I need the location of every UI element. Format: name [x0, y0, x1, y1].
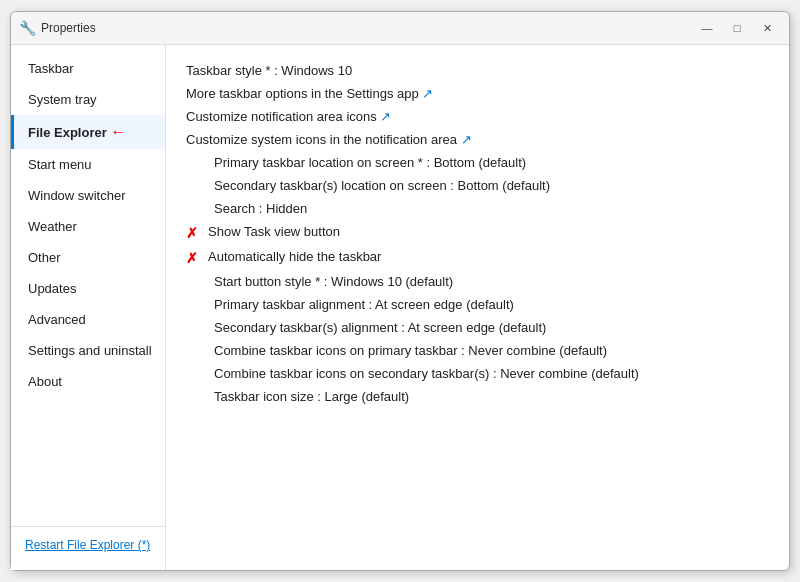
sidebar-item-system-tray[interactable]: System tray	[11, 84, 165, 115]
main-item-text-11: Secondary taskbar(s) alignment : At scre…	[214, 320, 546, 335]
main-item-text-13: Combine taskbar icons on secondary taskb…	[214, 366, 639, 381]
link-arrow-icon: ↗	[380, 109, 391, 124]
sidebar-item-taskbar[interactable]: Taskbar	[11, 53, 165, 84]
close-button[interactable]: ✕	[753, 18, 781, 38]
main-item-text-1: More taskbar options in the Settings app…	[186, 86, 433, 101]
minimize-button[interactable]: —	[693, 18, 721, 38]
main-item-3[interactable]: Customize system icons in the notificati…	[186, 128, 769, 151]
sidebar: TaskbarSystem trayFile Explorer ←Start m…	[11, 45, 166, 570]
window-icon: 🔧	[19, 20, 35, 36]
sidebar-item-start-menu[interactable]: Start menu	[11, 149, 165, 180]
main-item-14: Taskbar icon size : Large (default)	[186, 385, 769, 408]
link-arrow-icon: ↗	[422, 86, 433, 101]
window-title: Properties	[41, 21, 693, 35]
main-item-4: Primary taskbar location on screen * : B…	[186, 151, 769, 174]
sidebar-item-advanced[interactable]: Advanced	[11, 304, 165, 335]
maximize-button[interactable]: □	[723, 18, 751, 38]
main-item-10: Primary taskbar alignment : At screen ed…	[186, 293, 769, 316]
main-item-text-10: Primary taskbar alignment : At screen ed…	[214, 297, 514, 312]
main-item-5: Secondary taskbar(s) location on screen …	[186, 174, 769, 197]
main-item-text-12: Combine taskbar icons on primary taskbar…	[214, 343, 607, 358]
main-item-1[interactable]: More taskbar options in the Settings app…	[186, 82, 769, 105]
sidebar-item-about[interactable]: About	[11, 366, 165, 397]
sidebar-item-other[interactable]: Other	[11, 242, 165, 273]
link-arrow-icon: ↗	[461, 132, 472, 147]
x-mark-icon: ✗	[186, 250, 202, 266]
main-item-12: Combine taskbar icons on primary taskbar…	[186, 339, 769, 362]
sidebar-nav: TaskbarSystem trayFile Explorer ←Start m…	[11, 53, 165, 397]
sidebar-item-file-explorer[interactable]: File Explorer ←	[11, 115, 165, 149]
main-item-text-9: Start button style * : Windows 10 (defau…	[214, 274, 453, 289]
main-item-text-8: Automatically hide the taskbar	[208, 249, 381, 264]
sidebar-item-settings-and-uninstall[interactable]: Settings and uninstall	[11, 335, 165, 366]
main-item-text-14: Taskbar icon size : Large (default)	[214, 389, 409, 404]
main-item-8: ✗Automatically hide the taskbar	[186, 245, 769, 270]
main-item-text-5: Secondary taskbar(s) location on screen …	[214, 178, 550, 193]
sidebar-item-weather[interactable]: Weather	[11, 211, 165, 242]
restart-file-explorer-link[interactable]: Restart File Explorer (*)	[25, 538, 150, 552]
main-item-11: Secondary taskbar(s) alignment : At scre…	[186, 316, 769, 339]
main-item-text-4: Primary taskbar location on screen * : B…	[214, 155, 526, 170]
main-item-9: Start button style * : Windows 10 (defau…	[186, 270, 769, 293]
main-item-6: Search : Hidden	[186, 197, 769, 220]
main-content: Taskbar style * : Windows 10More taskbar…	[166, 45, 789, 570]
sidebar-item-window-switcher[interactable]: Window switcher	[11, 180, 165, 211]
title-bar: 🔧 Properties — □ ✕	[11, 12, 789, 45]
window-controls: — □ ✕	[693, 18, 781, 38]
main-item-0: Taskbar style * : Windows 10	[186, 59, 769, 82]
main-item-13: Combine taskbar icons on secondary taskb…	[186, 362, 769, 385]
main-items: Taskbar style * : Windows 10More taskbar…	[186, 59, 769, 408]
window-content: TaskbarSystem trayFile Explorer ←Start m…	[11, 45, 789, 570]
sidebar-footer: Restart File Explorer (*)	[11, 526, 165, 562]
main-item-text-7: Show Task view button	[208, 224, 340, 239]
main-item-text-3: Customize system icons in the notificati…	[186, 132, 472, 147]
sidebar-item-updates[interactable]: Updates	[11, 273, 165, 304]
main-item-text-6: Search : Hidden	[214, 201, 307, 216]
properties-window: 🔧 Properties — □ ✕ TaskbarSystem trayFil…	[10, 11, 790, 571]
main-item-text-2: Customize notification area icons ↗	[186, 109, 391, 124]
main-item-text-0: Taskbar style * : Windows 10	[186, 63, 352, 78]
x-mark-icon: ✗	[186, 225, 202, 241]
main-item-7: ✗Show Task view button	[186, 220, 769, 245]
main-item-2[interactable]: Customize notification area icons ↗	[186, 105, 769, 128]
